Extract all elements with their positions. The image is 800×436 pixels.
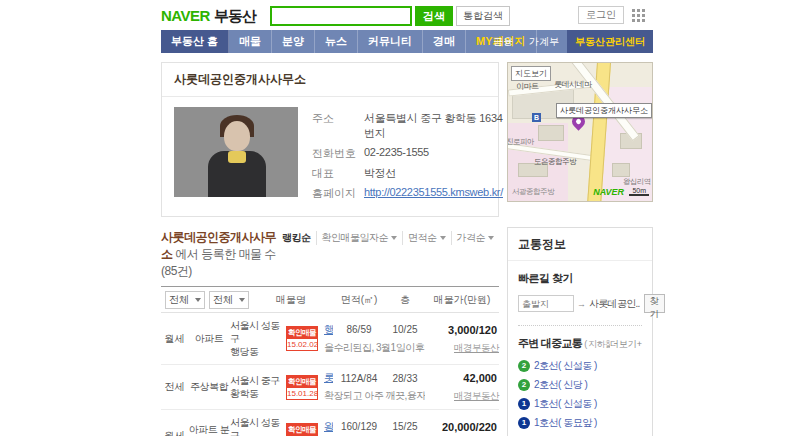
login-button[interactable]: 로그인 [578, 6, 624, 24]
listing-price: 42,000 [425, 372, 499, 384]
filter-dropdown[interactable]: 전체 [209, 291, 249, 309]
listing-region-line2: 황학동 [230, 387, 286, 400]
sort-option[interactable]: 확인매물일자순 [316, 231, 403, 245]
transit-more-link[interactable]: 더보기+ [610, 338, 642, 351]
listing-trade-type: 월세 [161, 332, 188, 346]
listing-description: 올수리된집, 3월1일이후입주가능 [324, 341, 425, 355]
nav-item[interactable]: 분양 [272, 30, 315, 53]
confirmed-stamp-label: 확인매물 [287, 376, 317, 388]
agency-field-row: 전화번호 02-2235-1555 [312, 146, 503, 161]
field-value: 02-2235-1555 [364, 146, 429, 161]
agency-field-row: 대표 박정선 [312, 166, 503, 181]
field-label: 홈페이지 [312, 186, 364, 201]
agency-fields: 주소 서울특별시 중구 황학동 1634번지 전화번호 02-2235-1555… [312, 107, 503, 206]
subway-line-icon: 2 [518, 360, 530, 372]
subway-item-label: 2호선( 신당 ) [534, 378, 587, 392]
sort-option-label: 랭킹순 [282, 231, 311, 245]
listing-source-link[interactable]: 매경부동산 [454, 390, 499, 401]
listing-region-line2: 행당동 [230, 345, 286, 358]
subway-item-label: 1호선( 신설동 ) [534, 397, 597, 411]
listing-property-type: 주상복합 [188, 381, 230, 393]
search-box: 검색 통합검색 [270, 6, 510, 26]
route-origin-input[interactable] [518, 295, 574, 312]
route-finder-title: 빠른길 찾기 [518, 271, 642, 286]
naver-logo-text: NAVER [161, 7, 210, 24]
nav-item[interactable]: 커뮤니티 [358, 30, 423, 53]
apps-grid-icon[interactable] [632, 9, 645, 22]
nav-item-label: 매물 [239, 34, 261, 49]
traffic-info-panel: 교통정보 빠른길 찾기 → 사롯데공인.. 찾기 주변 대중교통 ( 지하철, … [507, 227, 653, 436]
naver-logo[interactable]: NAVER 부동산 [161, 7, 256, 26]
route-destination: 사롯데공인.. [589, 297, 640, 311]
listing-name-cell: 행당한진타운 [324, 323, 333, 337]
agent-photo [174, 107, 298, 197]
listing-name-cell: 왕십리뉴타운1구역텐즈힐 [324, 420, 333, 434]
sort-option-label: 가격순 [457, 231, 486, 245]
chevron-down-icon [195, 298, 201, 302]
agency-card: 사롯데공인중개사사무소 주소 서울특별시 중구 황학동 1634번지 전화번호 [161, 62, 499, 217]
subway-item[interactable]: 2 2호선( 신당 ) [518, 378, 642, 392]
subway-item[interactable]: 2 2호선( 신설동 ) [518, 359, 642, 373]
table-header: 전체 전체 매물명 면적(㎡) 층 매물가(만원) [161, 286, 499, 313]
route-search-button[interactable]: 찾기 [644, 294, 665, 313]
column-header-name: 매물명 [249, 293, 333, 307]
map-label-station: 왕십리역 [623, 177, 651, 187]
sort-option[interactable]: 랭킹순 [277, 231, 316, 245]
listing-source-link[interactable]: 매경부동산 [454, 342, 499, 353]
map-label-jinro: 진로피아 [507, 137, 534, 147]
listing-trade-type: 월세 [161, 429, 188, 436]
confirmed-stamp-label: 확인매물 [287, 424, 317, 436]
nav-item[interactable]: 매물 [229, 30, 272, 53]
nav-item[interactable]: 경매 [423, 30, 466, 53]
nav-right-item[interactable]: 가계부 [521, 30, 567, 53]
subway-item[interactable]: 1 1호선( 신설동 ) [518, 397, 642, 411]
nav-item-label: 커뮤니티 [368, 34, 412, 49]
nav-right-item-label: 부동산관리센터 [575, 35, 645, 49]
filter-dropdown[interactable]: 전체 [165, 291, 205, 309]
location-map[interactable]: 지도보기 이마트 롯데시네마 진로피아 도은종합주방 서광종합주방 왕십리역 사… [507, 62, 653, 202]
listing-region: 서울시 성동구 하왕십리동 [230, 416, 286, 436]
unified-search-button[interactable]: 통합검색 [456, 6, 510, 26]
transit-subtitle: ( 지하철, 버스 ) [584, 338, 610, 351]
listing-row: 월세 아파트 서울시 성동구 행당동 확인매물 15.02.02 행당한진타운 [161, 313, 499, 365]
listing-region-line1: 서울시 성동구 [230, 416, 286, 436]
sort-option[interactable]: 면적순 [402, 231, 451, 245]
listing-name-link[interactable]: 롯데캐슬베네치아 [324, 371, 333, 383]
service-logo-text: 부동산 [214, 7, 256, 26]
arrow-right-icon: → [577, 299, 586, 309]
subway-line-icon: 2 [518, 379, 530, 391]
map-label-emart: 이마트 [516, 81, 539, 92]
nav-item-label: 부동산 홈 [171, 34, 218, 49]
listing-name-link[interactable]: 행당한진타운 [324, 323, 333, 335]
sort-option[interactable]: 가격순 [451, 231, 500, 245]
confirmed-stamp-label: 확인매물 [287, 327, 317, 339]
search-input[interactable] [270, 6, 412, 26]
map-view-button[interactable]: 지도보기 [511, 66, 551, 81]
chevron-down-icon [391, 236, 397, 240]
column-header-floor: 층 [385, 293, 425, 307]
map-label-doeun: 도은종합주방 [534, 157, 576, 167]
listing-row: 전세 주상복합 서울시 중구 황학동 확인매물 15.01.28 롯데캐슬베네치… [161, 365, 499, 410]
listing-region: 서울시 성동구 행당동 [230, 319, 286, 358]
confirmed-date: 15.02.02 [287, 339, 317, 350]
listing-price: 3,000/120 [425, 324, 499, 336]
nav-item[interactable]: 뉴스 [315, 30, 358, 53]
listing-name-cell: 롯데캐슬베네치아 [324, 371, 333, 385]
confirmed-stamp: 확인매물 15.01.28 [286, 375, 318, 400]
field-label: 대표 [312, 166, 364, 181]
map-label-seogwang: 서광종합주방 [512, 187, 554, 197]
field-label: 주소 [312, 111, 364, 141]
field-value: http://0222351555.kmsweb.kr/ [364, 186, 503, 201]
confirmed-date: 15.01.28 [287, 388, 317, 399]
sort-option-label: 면적순 [408, 231, 437, 245]
listing-name-link[interactable]: 왕십리뉴타운1구역텐즈힐 [324, 420, 333, 432]
nav-right-item[interactable]: 금융 [485, 30, 521, 53]
subway-item[interactable]: 1 1호선( 동묘앞 ) [518, 416, 642, 430]
nav-item-label: 뉴스 [325, 34, 347, 49]
nav-right-item[interactable]: 부동산관리센터 [567, 30, 653, 53]
agency-field-row: 주소 서울특별시 중구 황학동 1634번지 [312, 111, 503, 141]
route-finder: → 사롯데공인.. 찾기 [518, 294, 642, 313]
search-button[interactable]: 검색 [415, 6, 453, 26]
nav-item[interactable]: 부동산 홈 [161, 30, 229, 53]
divider [518, 325, 642, 326]
